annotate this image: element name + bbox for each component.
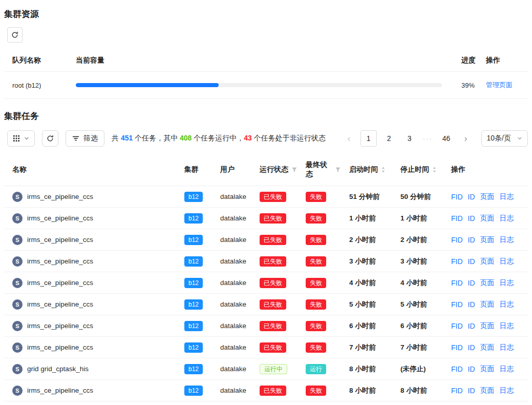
tasks-refresh-button[interactable]: [42, 130, 58, 147]
fid-link[interactable]: FID: [451, 257, 463, 266]
manage-page-link[interactable]: 管理页面: [486, 81, 513, 89]
task-user: datalake: [220, 279, 246, 287]
cluster-tag: b12: [184, 364, 203, 374]
page-button-3[interactable]: 3: [401, 130, 418, 147]
log-link[interactable]: 日志: [500, 192, 514, 201]
id-link[interactable]: ID: [468, 300, 475, 309]
page-link[interactable]: 页面: [480, 214, 495, 223]
column-settings-button[interactable]: [7, 130, 35, 147]
fid-link[interactable]: FID: [451, 279, 463, 287]
page-link[interactable]: 页面: [480, 321, 495, 331]
resources-refresh-button[interactable]: [7, 27, 23, 43]
fid-link[interactable]: FID: [451, 365, 463, 373]
task-name-cell: S irms_ce_pipeline_ccs: [4, 315, 180, 336]
final-status-tag: 失败: [306, 342, 326, 353]
page-link[interactable]: 页面: [480, 364, 495, 374]
refresh-icon: [11, 31, 18, 38]
fid-link[interactable]: FID: [451, 300, 463, 309]
page-link[interactable]: 页面: [480, 192, 495, 201]
next-page-button[interactable]: ›: [459, 130, 473, 147]
sorter-icon[interactable]: [432, 166, 437, 173]
fid-link[interactable]: FID: [451, 236, 463, 244]
spark-avatar: S: [12, 278, 23, 288]
filter-button[interactable]: 筛选: [66, 130, 104, 147]
page-button-2[interactable]: 2: [381, 130, 397, 147]
spark-avatar: S: [12, 364, 23, 374]
task-name-cell: S irms_ce_pipeline_ccs: [4, 294, 180, 315]
log-link[interactable]: 日志: [500, 278, 514, 288]
log-link[interactable]: 日志: [500, 386, 514, 395]
task-user: datalake: [220, 322, 246, 330]
queue-name: root (b12): [4, 73, 72, 98]
spark-avatar: S: [12, 299, 23, 310]
id-link[interactable]: ID: [468, 343, 475, 352]
tasks-table: 名称 集群 用户 运行状态 最终状态 启动时间: [4, 154, 528, 401]
stop-time: 8 小时前: [396, 380, 447, 401]
stopped-count: 43: [244, 134, 252, 142]
task-name-cell: S irms_ce_pipeline_ccs: [4, 337, 180, 358]
page-link[interactable]: 页面: [480, 343, 495, 352]
fid-link[interactable]: FID: [451, 343, 463, 352]
id-link[interactable]: ID: [468, 279, 475, 287]
spark-avatar: S: [12, 235, 23, 245]
log-link[interactable]: 日志: [500, 343, 514, 352]
page-link[interactable]: 页面: [480, 300, 495, 309]
log-link[interactable]: 日志: [500, 235, 514, 245]
id-link[interactable]: ID: [468, 214, 475, 222]
page-link[interactable]: 页面: [480, 278, 495, 288]
filter-funnel-icon[interactable]: [291, 167, 297, 173]
page-link[interactable]: 页面: [480, 257, 495, 266]
table-row: S irms_ce_pipeline_ccs b12 datalake 已失败 …: [4, 272, 528, 294]
final-status-tag: 失败: [306, 278, 326, 288]
page-size-value: 10条/页: [487, 134, 511, 143]
table-row: S grid grid_cptask_his b12 datalake 运行中 …: [4, 358, 528, 380]
page-link[interactable]: 页面: [480, 235, 495, 245]
sorter-icon[interactable]: [381, 166, 386, 173]
task-user: datalake: [220, 343, 246, 351]
log-link[interactable]: 日志: [500, 364, 514, 374]
id-link[interactable]: ID: [468, 193, 475, 201]
log-link[interactable]: 日志: [500, 300, 514, 309]
stop-time: (未停止): [396, 358, 447, 379]
log-link[interactable]: 日志: [500, 321, 514, 331]
task-name-cell: S irms_ce_pipeline_ccs: [4, 208, 180, 229]
stop-time: 1 小时前: [396, 208, 447, 229]
fid-link[interactable]: FID: [451, 193, 463, 201]
id-link[interactable]: ID: [468, 387, 475, 395]
final-status-header: 最终状态: [302, 154, 345, 186]
task-name-cell: S grid grid_cptask_his: [4, 358, 180, 379]
fid-link[interactable]: FID: [451, 214, 463, 222]
prev-page-button[interactable]: ‹: [342, 130, 356, 147]
final-status-tag: 失败: [306, 192, 326, 202]
filter-funnel-icon[interactable]: [335, 167, 341, 173]
task-name-cell: S irms_ce_pipeline_ccs: [4, 229, 180, 250]
run-status-tag: 已失败: [260, 192, 286, 202]
fid-link[interactable]: FID: [451, 387, 463, 395]
stop-time: 2 小时前: [396, 229, 447, 250]
log-link[interactable]: 日志: [500, 257, 514, 266]
page-button-1[interactable]: 1: [360, 130, 377, 147]
fid-link[interactable]: FID: [451, 322, 463, 330]
start-time: 4 小时前: [345, 272, 396, 293]
cluster-tag: b12: [184, 235, 203, 245]
start-time-header: 启动时间: [345, 158, 396, 181]
task-name-cell: S irms_ce_pipeline_ccs: [4, 186, 180, 207]
id-link[interactable]: ID: [468, 365, 475, 373]
task-name: irms_ce_pipeline_ccs: [27, 322, 93, 330]
start-time: 7 小时前: [345, 337, 396, 358]
page-ellipsis[interactable]: ···: [422, 134, 434, 143]
start-time: 5 小时前: [345, 294, 396, 315]
id-link[interactable]: ID: [468, 257, 475, 266]
cluster-tag: b12: [184, 299, 203, 310]
log-link[interactable]: 日志: [500, 214, 514, 223]
progress-header: 进度: [457, 50, 482, 71]
page-button-last[interactable]: 46: [438, 130, 455, 147]
table-row: S irms_ce_pipeline_ccs b12 datalake 已失败 …: [4, 380, 528, 401]
id-link[interactable]: ID: [468, 322, 475, 330]
page-size-select[interactable]: 10条/页: [481, 130, 528, 147]
id-link[interactable]: ID: [468, 236, 475, 244]
task-user: datalake: [220, 257, 246, 265]
stop-time: 4 小时前: [396, 272, 447, 293]
row-actions: FID ID 页面 日志: [447, 229, 528, 250]
page-link[interactable]: 页面: [480, 386, 495, 395]
